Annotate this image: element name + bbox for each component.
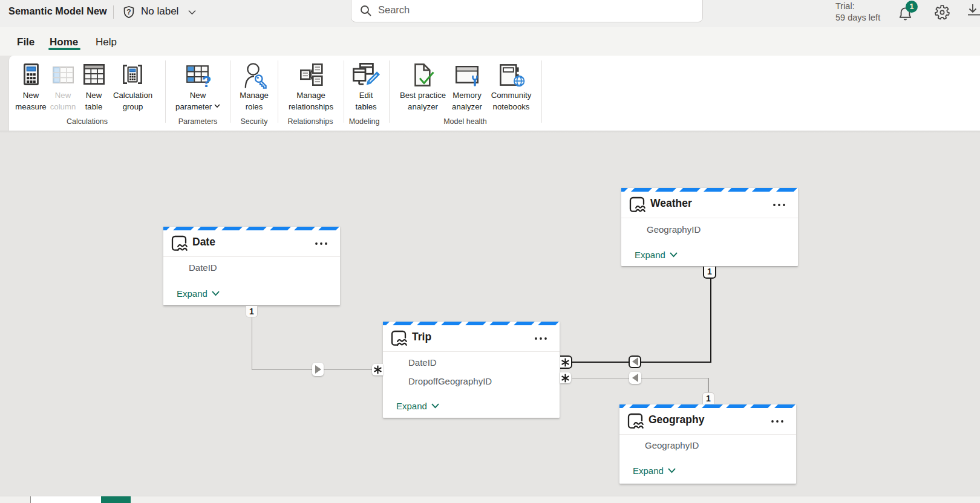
svg-text:?: ? [126,8,131,16]
svg-text:?: ? [202,73,212,88]
